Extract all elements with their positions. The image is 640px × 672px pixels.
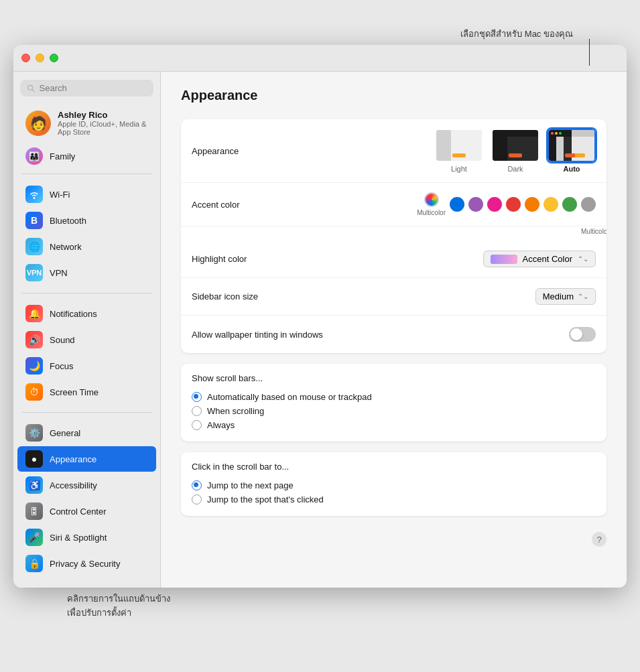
minimize-button[interactable] (36, 54, 44, 62)
avatar: 🧑 (25, 111, 51, 136)
sidebar-item-bluetooth[interactable]: B Bluetooth (17, 208, 156, 233)
sidebar-item-notifications[interactable]: 🔔 Notifications (17, 301, 156, 326)
vpn-label: VPN (50, 268, 68, 278)
profile-text: Ashley Rico Apple ID, iCloud+, Media & A… (58, 110, 148, 136)
sidebar-item-controlcenter[interactable]: 🎛 Control Center (17, 498, 156, 524)
divider-3 (21, 412, 152, 413)
divider-2 (21, 293, 152, 293)
scroll-when-scrolling-option[interactable]: When scrolling (192, 404, 596, 418)
accent-green[interactable] (562, 197, 577, 212)
siri-icon: 🎤 (25, 529, 43, 546)
focus-icon: 🌙 (25, 357, 43, 375)
sidebar-item-vpn[interactable]: VPN VPN (17, 260, 156, 285)
accent-dot-orange (525, 197, 539, 212)
panel-title: Appearance (181, 88, 606, 103)
sidebar-item-wifi[interactable]: Wi-Fi (17, 182, 156, 207)
siri-label: Siri & Spotlight (50, 533, 107, 543)
appearance-row-label: Appearance (192, 146, 312, 156)
network-icon: 🌐 (25, 238, 43, 255)
accent-graphite[interactable] (581, 197, 596, 212)
show-scroll-bars-title: Show scroll bars... (192, 373, 596, 383)
sidebar-item-focus[interactable]: 🌙 Focus (17, 353, 156, 379)
click-next-page-label: Jump to the next page (207, 480, 294, 490)
general-icon: ⚙️ (25, 424, 43, 442)
scroll-auto-option[interactable]: Automatically based on mouse or trackpad (192, 390, 596, 404)
highlight-color-row: Highlight color Accent Color ⌃⌄ (181, 241, 606, 278)
search-container (13, 80, 160, 103)
scroll-always-option[interactable]: Always (192, 418, 596, 432)
accent-pink[interactable] (487, 197, 502, 212)
main-window: 🧑 Ashley Rico Apple ID, iCloud+, Media &… (13, 45, 627, 588)
accent-color-control: Multicolor (312, 192, 596, 216)
divider-1 (21, 174, 152, 174)
help-button[interactable]: ? (592, 532, 606, 547)
highlight-value: Accent Color (523, 254, 572, 264)
sidebar-section-prefs: 🔔 Notifications 🔊 Sound 🌙 Focus ⏱ Screen… (13, 297, 160, 408)
appearance-control: Light (312, 129, 596, 173)
highlight-arrow-icon: ⌃⌄ (578, 255, 588, 263)
sidebar-item-accessibility[interactable]: ♿ Accessibility (17, 472, 156, 498)
help-area: ? (181, 527, 606, 547)
accent-multicolor-label: Multicolor (417, 209, 446, 216)
vpn-icon: VPN (25, 264, 43, 281)
accessibility-label: Accessibility (50, 480, 97, 490)
sidebar-item-family[interactable]: 👨‍👩‍👧 Family (17, 143, 156, 169)
profile-section[interactable]: 🧑 Ashley Rico Apple ID, iCloud+, Media &… (17, 105, 156, 141)
wallpaper-tinting-label: Allow wallpaper tinting in windows (192, 330, 323, 340)
sidebar-item-privacy[interactable]: 🔒 Privacy & Security (17, 551, 156, 576)
highlight-control-dropdown[interactable]: Accent Color ⌃⌄ (483, 251, 596, 267)
notifications-label: Notifications (50, 309, 97, 319)
sidebar-item-siri[interactable]: 🎤 Siri & Spotlight (17, 525, 156, 550)
accent-dot-purple (468, 197, 483, 212)
annotation-top: เลือกชุดสีสำหรับ Mac ของคุณ (13, 27, 627, 41)
sidebar-section-network: Wi-Fi B Bluetooth 🌐 Network VPN VPN (13, 178, 160, 289)
profile-name: Ashley Rico (58, 110, 148, 120)
scroll-always-label: Always (207, 420, 235, 430)
sidebar-item-screentime[interactable]: ⏱ Screen Time (17, 379, 156, 405)
appearance-option-light[interactable]: Light (435, 129, 483, 173)
appearance-row: Appearance (181, 119, 606, 183)
search-input[interactable] (40, 83, 147, 93)
accent-multicolor[interactable]: Multicolor (417, 192, 446, 216)
screentime-icon: ⏱ (25, 383, 43, 401)
sidebar-icon-size-dropdown[interactable]: Medium ⌃⌄ (535, 288, 596, 305)
accessibility-icon: ♿ (25, 476, 43, 494)
sidebar-item-general[interactable]: ⚙️ General (17, 420, 156, 446)
accent-dot-multicolor (424, 192, 439, 207)
multicolor-sub: Multicolor (581, 228, 596, 235)
sidebar-icon-size-arrow: ⌃⌄ (578, 293, 588, 300)
privacy-label: Privacy & Security (50, 559, 120, 569)
appearance-option-auto[interactable]: Auto (548, 129, 596, 173)
sidebar-item-network[interactable]: 🌐 Network (17, 234, 156, 259)
wifi-icon (25, 186, 43, 203)
sound-label: Sound (50, 335, 75, 345)
accent-yellow[interactable] (543, 197, 558, 212)
search-icon (27, 84, 36, 93)
click-next-page-option[interactable]: Jump to the next page (192, 478, 596, 492)
maximize-button[interactable] (50, 54, 58, 62)
close-button[interactable] (21, 54, 30, 62)
notifications-icon: 🔔 (25, 305, 43, 322)
search-box[interactable] (20, 80, 153, 96)
window-content: 🧑 Ashley Rico Apple ID, iCloud+, Media &… (13, 72, 627, 588)
bluetooth-icon: B (25, 212, 43, 229)
controlcenter-icon: 🎛 (25, 502, 43, 520)
sidebar-icon-size-value: Medium (543, 291, 574, 301)
click-spot-radio (192, 494, 202, 505)
accent-orange[interactable] (525, 197, 539, 212)
appearance-section: Appearance (181, 119, 606, 353)
accent-purple[interactable] (468, 197, 483, 212)
appearance-option-dark[interactable]: Dark (491, 129, 539, 173)
bluetooth-label: Bluetooth (50, 216, 86, 226)
profile-subtitle: Apple ID, iCloud+, Media & App Store (58, 120, 148, 136)
family-icon: 👨‍👩‍👧 (25, 147, 43, 165)
sidebar-item-appearance[interactable]: ● Appearance (17, 446, 156, 472)
appearance-label-sidebar: Appearance (50, 454, 97, 464)
sidebar-item-sound[interactable]: 🔊 Sound (17, 327, 156, 352)
accent-red[interactable] (506, 197, 521, 212)
sidebar-icon-size-row: Sidebar icon size Medium ⌃⌄ (181, 278, 606, 316)
click-spot-option[interactable]: Jump to the spot that's clicked (192, 492, 596, 507)
appearance-thumb-dark (491, 129, 539, 162)
accent-blue[interactable] (450, 197, 464, 212)
wallpaper-tinting-toggle[interactable] (569, 327, 596, 342)
